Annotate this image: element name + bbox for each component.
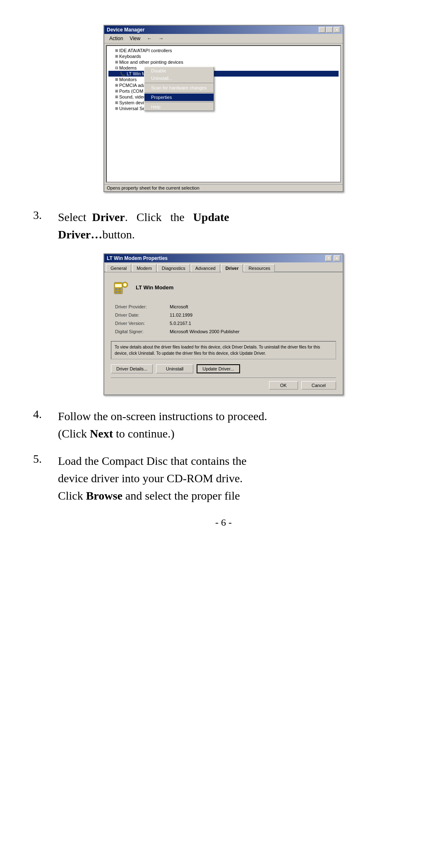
device-tree: ⊞ IDE ATA/ATAPI controllers ⊞ Keyboards … — [106, 45, 341, 183]
svg-rect-4 — [115, 291, 118, 293]
tree-item[interactable]: ⊞ Keyboards — [108, 53, 339, 59]
driver-info-table: Driver Provider: Microsoft Driver Date: … — [111, 302, 336, 336]
maximize-button[interactable]: □ — [326, 27, 333, 33]
tab-advanced[interactable]: Advanced — [191, 264, 220, 272]
modem-window-title: LT Win Modem Properties — [107, 255, 168, 261]
modem-tabs-bar: General Modem Diagnostics Advanced Drive… — [104, 262, 343, 272]
digital-signer-value: Microsoft Windows 2000 Publisher — [166, 328, 335, 335]
modem-device-icon — [111, 277, 131, 297]
svg-rect-2 — [115, 288, 118, 290]
titlebar-buttons: _ □ × — [319, 27, 340, 33]
step4-row: 4. Follow the on-screen instructions to … — [33, 408, 414, 442]
tab-driver[interactable]: Driver — [221, 264, 243, 272]
step4-block: 4. Follow the on-screen instructions to … — [33, 408, 414, 442]
driver-version-label: Driver Version: — [112, 320, 166, 327]
step5-text: Load the Compact Disc that contains the … — [58, 452, 247, 505]
ctx-sep1 — [144, 83, 214, 83]
svg-rect-3 — [118, 288, 121, 290]
ok-button[interactable]: OK — [269, 381, 298, 390]
svg-rect-5 — [118, 291, 121, 293]
tab-general[interactable]: General — [106, 264, 131, 272]
step3-block: 3. Select Driver. Click the Update Drive… — [33, 209, 414, 243]
modem-body: LT Win Modem Driver Provider: Microsoft … — [104, 272, 343, 394]
tree-item-lt-win-modem[interactable]: 📞 LT Win Modem Disable Uninstall... Scan… — [108, 71, 339, 77]
page-number: - 6 - — [215, 517, 232, 528]
tab-diagnostics[interactable]: Diagnostics — [157, 264, 190, 272]
ctx-uninstall[interactable]: Uninstall... — [144, 75, 214, 82]
step3-text: Select Driver. Click the Update Driver…b… — [58, 209, 229, 243]
step4-text: Follow the on-screen instructions to pro… — [58, 408, 267, 442]
menu-back[interactable]: ← — [144, 35, 155, 42]
svg-point-7 — [123, 283, 127, 286]
modem-titlebar-btns: ? × — [325, 255, 340, 261]
close-button[interactable]: × — [334, 27, 340, 33]
context-menu: Disable Uninstall... Scan for hardware c… — [144, 67, 214, 111]
driver-details-button[interactable]: Driver Details... — [111, 364, 153, 373]
menu-forward[interactable]: → — [155, 35, 167, 42]
menubar: Action View ← → — [104, 34, 343, 43]
digital-signer-label: Digital Signer: — [112, 328, 166, 335]
step3-number: 3. — [33, 209, 58, 243]
menu-action[interactable]: Action — [106, 35, 126, 42]
tree-item-modems[interactable]: ⊟ Modems — [108, 65, 339, 71]
modem-header-row: LT Win Modem — [111, 277, 336, 297]
tree-item-ports[interactable]: ⊞ Ports (COM & LPT) — [108, 88, 339, 94]
driver-date-label: Driver Date: — [112, 311, 166, 319]
driver-version-value: 5.0.2167.1 — [166, 320, 335, 327]
update-driver-button[interactable]: Update Driver... — [197, 364, 240, 373]
tree-item-monitors[interactable]: ⊞ Monitors — [108, 77, 339, 82]
tree-item-system[interactable]: ⊞ System devices — [108, 100, 339, 106]
tab-modem[interactable]: Modem — [132, 264, 156, 272]
cancel-button[interactable]: Cancel — [301, 381, 336, 390]
driver-buttons-row: Driver Details... Uninstall Update Drive… — [111, 364, 336, 373]
step5-row: 5. Load the Compact Disc that contains t… — [33, 452, 414, 505]
driver-provider-label: Driver Provider: — [112, 303, 166, 310]
tree-item[interactable]: ⊞ Mice and other pointing devices — [108, 59, 339, 65]
tab-resources[interactable]: Resources — [244, 264, 275, 272]
driver-date-value: 11.02.1999 — [166, 311, 335, 319]
ok-cancel-row: OK Cancel — [111, 377, 336, 390]
step5-number: 5. — [33, 452, 58, 505]
statusbar: Opens property sheet for the current sel… — [104, 184, 343, 191]
win-content-area: ⊞ IDE ATA/ATAPI controllers ⊞ Keyboards … — [104, 43, 343, 184]
ctx-help[interactable]: Help — [144, 103, 214, 111]
window-title: Device Manager — [107, 27, 144, 33]
svg-rect-1 — [115, 284, 122, 287]
ctx-scan[interactable]: Scan for hardware changes — [144, 84, 214, 91]
menu-view[interactable]: View — [126, 35, 144, 42]
ctx-sep2 — [144, 92, 214, 93]
modem-help-button[interactable]: ? — [325, 255, 332, 261]
page-footer: - 6 - — [33, 517, 414, 528]
step4-number: 4. — [33, 408, 58, 442]
tree-item[interactable]: ⊞ IDE ATA/ATAPI controllers — [108, 48, 339, 53]
step3-row: 3. Select Driver. Click the Update Drive… — [33, 209, 414, 243]
tree-item-pcmcia[interactable]: ⊞ PCMCIA adapters — [108, 82, 339, 88]
device-manager-titlebar: Device Manager _ □ × — [104, 26, 343, 34]
modem-close-button[interactable]: × — [334, 255, 340, 261]
uninstall-button[interactable]: Uninstall — [156, 364, 193, 373]
ctx-disable[interactable]: Disable — [144, 67, 214, 75]
driver-description: To view details about the driver files l… — [111, 341, 336, 359]
modem-titlebar: LT Win Modem Properties ? × — [104, 254, 343, 262]
step5-block: 5. Load the Compact Disc that contains t… — [33, 452, 414, 505]
tree-item-sound[interactable]: ⊞ Sound, video and game controllers — [108, 94, 339, 100]
ctx-sep3 — [144, 102, 214, 102]
minimize-button[interactable]: _ — [319, 27, 325, 33]
modem-device-name: LT Win Modem — [136, 284, 173, 291]
tree-item-usb[interactable]: ⊞ Universal Serial Bus controllers — [108, 106, 339, 111]
ctx-properties[interactable]: Properties — [144, 94, 214, 101]
driver-provider-value: Microsoft — [166, 303, 335, 310]
device-manager-window: Device Manager _ □ × Action View ← → ⊞ I… — [103, 25, 344, 192]
modem-properties-window: LT Win Modem Properties ? × General Mode… — [103, 253, 344, 395]
